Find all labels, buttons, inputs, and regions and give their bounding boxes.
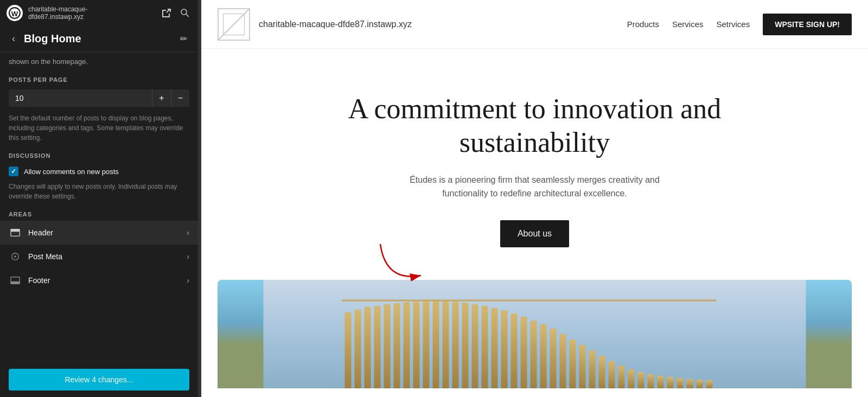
checkbox-row[interactable]: Allow comments on new posts: [0, 162, 198, 181]
svg-rect-31: [540, 324, 547, 388]
top-icons: [160, 7, 192, 20]
post-meta-label: Post Meta: [28, 252, 180, 261]
footer-icon: [9, 274, 22, 287]
svg-rect-38: [609, 361, 615, 388]
svg-rect-24: [472, 304, 478, 388]
site-header: charitable-macaque-dfde87.instawp.xyz Pr…: [201, 0, 868, 49]
svg-rect-17: [404, 302, 410, 388]
stepper-btns: + −: [152, 89, 189, 107]
svg-rect-37: [599, 356, 605, 388]
posts-value: 10: [9, 89, 152, 107]
svg-rect-9: [11, 281, 20, 284]
sidebar: W charitable-macaque- dfde87.instawp.xyz…: [0, 0, 198, 397]
svg-line-3: [186, 14, 189, 17]
site-name: charitable-macaque-: [28, 5, 155, 13]
shown-text: shown on the homepage.: [0, 52, 198, 69]
svg-rect-48: [706, 380, 713, 388]
svg-rect-34: [570, 340, 576, 388]
nav-products[interactable]: Products: [627, 20, 659, 29]
svg-rect-23: [462, 303, 469, 388]
svg-rect-35: [579, 345, 586, 388]
decrement-button[interactable]: −: [171, 89, 189, 107]
svg-rect-45: [677, 378, 684, 388]
hero-section: A commitment to innovation and sustainab…: [201, 49, 868, 280]
svg-rect-13: [365, 307, 371, 388]
site-name-2: dfde87.instawp.xyz: [28, 13, 155, 21]
posts-per-page-row: 10 + −: [9, 89, 189, 107]
svg-rect-15: [384, 304, 391, 388]
svg-rect-22: [452, 302, 459, 388]
sidebar-item-footer[interactable]: Footer ›: [0, 268, 198, 292]
external-link-icon[interactable]: [160, 7, 173, 20]
svg-rect-21: [443, 301, 449, 388]
svg-point-2: [181, 9, 187, 15]
site-name-block: charitable-macaque- dfde87.instawp.xyz: [28, 5, 155, 21]
edit-button[interactable]: ✏: [178, 31, 189, 46]
site-signup-button[interactable]: WPSITE SIGN UP!: [763, 14, 852, 35]
sidebar-title: Blog Home: [24, 33, 173, 45]
svg-rect-19: [423, 301, 430, 388]
svg-point-7: [14, 255, 16, 258]
building-image: [218, 280, 852, 388]
svg-rect-41: [638, 372, 644, 388]
svg-rect-14: [374, 306, 381, 388]
svg-rect-33: [560, 334, 566, 388]
posts-per-page-label: POSTS PER PAGE: [0, 69, 198, 86]
svg-rect-47: [697, 380, 703, 388]
sidebar-header: ‹ Blog Home ✏: [0, 26, 198, 52]
back-button[interactable]: ‹: [9, 32, 18, 46]
post-meta-icon: [9, 250, 22, 263]
post-meta-chevron-icon: ›: [187, 252, 189, 261]
areas-section: AREAS Header ›: [0, 208, 198, 292]
site-domain: charitable-macaque-dfde87.instawp.xyz: [259, 20, 627, 29]
svg-rect-39: [618, 366, 625, 388]
header-icon: [9, 226, 22, 239]
header-chevron-icon: ›: [187, 228, 189, 237]
hero-title: A commitment to innovation and sustainab…: [345, 92, 725, 160]
svg-rect-40: [628, 369, 635, 388]
svg-rect-25: [482, 306, 488, 388]
wp-logo: W: [7, 5, 23, 21]
posts-hint-text: Set the default number of posts to displ…: [0, 110, 198, 148]
svg-rect-26: [492, 308, 498, 388]
search-icon[interactable]: [178, 7, 192, 20]
svg-rect-32: [550, 329, 557, 388]
increment-button[interactable]: +: [152, 89, 170, 107]
sidebar-topbar: W charitable-macaque- dfde87.instawp.xyz: [0, 0, 198, 26]
sidebar-footer-bar: Review 4 changes...: [0, 362, 198, 397]
svg-rect-16: [394, 303, 400, 388]
svg-rect-30: [531, 321, 537, 388]
nav-setrvices[interactable]: Setrvices: [717, 20, 750, 29]
svg-rect-28: [511, 313, 518, 388]
nav-services[interactable]: Services: [672, 20, 704, 29]
sidebar-content: shown on the homepage. POSTS PER PAGE 10…: [0, 52, 198, 362]
sidebar-item-header[interactable]: Header ›: [0, 221, 198, 245]
sidebar-item-post-meta[interactable]: Post Meta ›: [0, 245, 198, 268]
svg-rect-43: [658, 376, 664, 388]
review-changes-button[interactable]: Review 4 changes...: [9, 369, 189, 390]
allow-comments-checkbox[interactable]: [9, 167, 18, 176]
footer-label: Footer: [28, 276, 180, 285]
svg-rect-27: [501, 310, 508, 388]
header-label: Header: [28, 228, 180, 237]
svg-rect-20: [433, 300, 439, 388]
svg-rect-36: [589, 350, 596, 388]
allow-comments-label: Allow comments on new posts: [24, 168, 119, 176]
main-preview: charitable-macaque-dfde87.instawp.xyz Pr…: [201, 0, 868, 397]
site-preview: charitable-macaque-dfde87.instawp.xyz Pr…: [201, 0, 868, 397]
svg-rect-12: [355, 310, 361, 388]
svg-rect-18: [413, 302, 420, 388]
building-visual: [218, 280, 852, 388]
svg-rect-44: [667, 377, 674, 388]
discussion-hint: Changes will apply to new posts only. In…: [0, 181, 198, 208]
site-logo: [218, 8, 250, 41]
svg-rect-42: [648, 374, 654, 388]
about-us-button[interactable]: About us: [500, 220, 569, 247]
site-nav: Products Services Setrvices: [627, 20, 750, 29]
svg-rect-46: [687, 379, 693, 388]
discussion-section: DISCUSSION Allow comments on new posts C…: [0, 148, 198, 208]
discussion-label: DISCUSSION: [0, 148, 198, 162]
svg-rect-5: [11, 229, 20, 232]
hero-subtitle: Études is a pioneering firm that seamles…: [388, 173, 681, 201]
building-svg: [218, 280, 852, 388]
